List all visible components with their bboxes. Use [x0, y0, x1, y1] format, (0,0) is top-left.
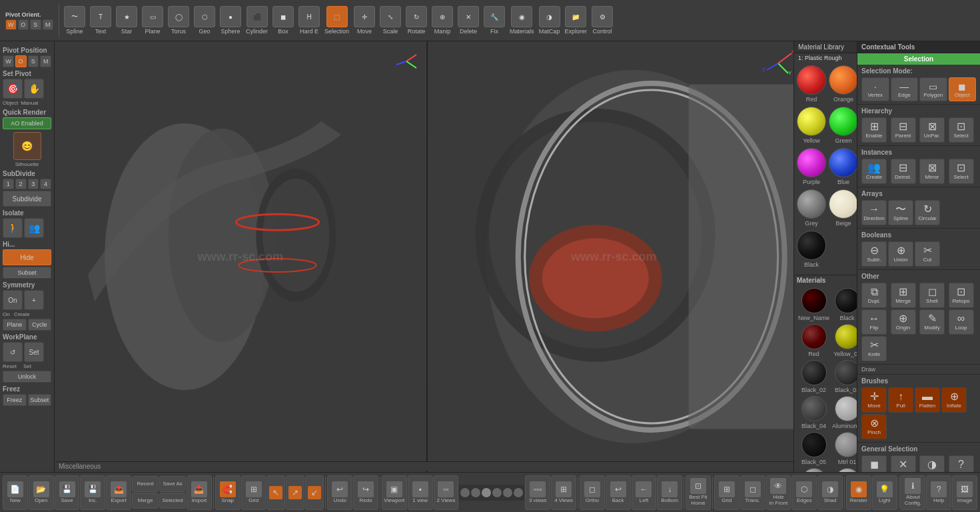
- oth-flip-btn[interactable]: ↔Flip: [861, 309, 887, 335]
- swatch-green[interactable]: [829, 107, 857, 136]
- hier-enable-btn[interactable]: ⊞Enable: [861, 117, 887, 143]
- shad-btn[interactable]: ◑ Shad: [817, 475, 843, 510]
- silhouette-btn[interactable]: 😊: [13, 132, 41, 160]
- selected-btn[interactable]: Selected: [159, 493, 186, 509]
- grid-snap-btn[interactable]: ⊞ Grid: [241, 475, 266, 510]
- tool-cylinder[interactable]: ⬛ Cylinder: [244, 5, 270, 36]
- view-circle-6[interactable]: [514, 488, 523, 497]
- oth-retopo-btn[interactable]: ⊡Retopo: [949, 283, 974, 308]
- grid-view-btn[interactable]: ⊞ Grid: [714, 475, 739, 510]
- save-btn[interactable]: 💾 Save: [55, 475, 80, 510]
- main-viewport[interactable]: www.rr-sc.com www.rr-sc.com: [55, 41, 800, 472]
- sym-cycle-btn[interactable]: Cycle: [28, 319, 52, 331]
- swatch-black[interactable]: [797, 231, 826, 260]
- tool-manip[interactable]: ⊕ Manip: [430, 5, 455, 36]
- tool-delete[interactable]: ✕ Delete: [456, 5, 481, 36]
- pivot-m-btn[interactable]: M: [43, 19, 54, 30]
- tool-spline[interactable]: 〜 Spline: [62, 5, 87, 36]
- brush-move-btn[interactable]: ✛Move: [861, 387, 887, 413]
- brush-flatten-btn[interactable]: ▬Flatten: [915, 387, 940, 413]
- swatch-yellow[interactable]: [797, 107, 826, 136]
- tool-star[interactable]: ★ Star: [114, 5, 139, 36]
- hier-select-btn[interactable]: ⊡Select: [949, 117, 974, 143]
- sel-polygon-btn[interactable]: ▭ Polygon: [919, 77, 947, 101]
- tool-scale[interactable]: ⤡ Scale: [378, 5, 403, 36]
- subdivide-btn[interactable]: Subdivide: [3, 191, 51, 207]
- bool-subtr-btn[interactable]: ⊖Subtr.: [861, 241, 887, 267]
- arrow-tr-btn[interactable]: ↗: [286, 475, 304, 510]
- swatch-beige[interactable]: [829, 189, 857, 219]
- pp-w-btn[interactable]: W: [3, 55, 14, 67]
- view-circle-1[interactable]: [460, 488, 470, 497]
- oth-modify-btn[interactable]: ✎Modify: [919, 309, 945, 335]
- redo-bottom-btn[interactable]: ↪ Redo: [353, 475, 378, 510]
- oth-knife-btn[interactable]: ✂Knife: [861, 336, 887, 361]
- pivot-s-btn[interactable]: S: [30, 19, 41, 30]
- swatch-grey[interactable]: [797, 189, 826, 219]
- recent-btn[interactable]: Recent: [132, 476, 159, 492]
- bool-cut-btn[interactable]: ✂Cut: [915, 241, 940, 267]
- arr-circular-btn[interactable]: ↻Circular: [915, 200, 940, 225]
- tool-geo[interactable]: ⬡ Geo: [192, 5, 217, 36]
- tool-materials[interactable]: ◉ Materials: [508, 5, 536, 36]
- subdiv-3-btn[interactable]: 3: [28, 179, 39, 189]
- tool-selection[interactable]: ⬚ Selection: [322, 5, 351, 36]
- tool-control[interactable]: ⚙ Control: [590, 5, 615, 36]
- wp-reset-btn[interactable]: ↺: [3, 342, 23, 362]
- mat-lib-subtitle[interactable]: 1: Plastic Rough: [794, 53, 857, 63]
- oth-shell-btn[interactable]: ◻Shell: [919, 283, 945, 308]
- sym-create-btn[interactable]: +: [24, 290, 44, 310]
- view-circle-2[interactable]: [471, 488, 480, 497]
- tool-box[interactable]: ◼ Box: [270, 5, 296, 36]
- oth-dupl-btn[interactable]: ⧉Dupl.: [861, 283, 887, 308]
- tool-rotate[interactable]: ↻ Rotate: [404, 5, 429, 36]
- mat-aluminum[interactable]: Aluminum_: [832, 396, 857, 429]
- subdiv-1-btn[interactable]: 1: [3, 179, 14, 189]
- arr-direction-btn[interactable]: →Direction: [861, 200, 887, 225]
- tool-fix[interactable]: 🔧 Fix: [482, 5, 507, 36]
- set-pivot-object-btn[interactable]: 🎯: [3, 79, 23, 99]
- bottom-view-btn[interactable]: ↓ Bottom: [657, 475, 682, 510]
- inst-select-btn[interactable]: ⊡Select: [949, 159, 974, 184]
- subdiv-4-btn[interactable]: 4: [40, 179, 51, 189]
- light-btn[interactable]: 💡 Light: [872, 475, 897, 510]
- 3views-btn[interactable]: ▫▫▫ 3 views: [525, 475, 550, 510]
- viewport-bottom-btn[interactable]: ▣ Viewport: [382, 475, 407, 510]
- mat-red[interactable]: Red: [798, 324, 829, 357]
- sel-edge-btn[interactable]: — Edge: [891, 77, 919, 101]
- image-btn[interactable]: 🖼 Image: [952, 475, 977, 510]
- mat-black03[interactable]: Black_03: [832, 360, 857, 393]
- subdiv-2-btn[interactable]: 2: [15, 179, 27, 189]
- set-pivot-manual-btn[interactable]: ✋: [24, 79, 44, 99]
- pp-s-btn[interactable]: S: [28, 55, 39, 67]
- render-bottom-btn[interactable]: ◉ Render: [846, 475, 871, 510]
- undo-bottom-btn[interactable]: ↩ Undo: [327, 475, 352, 510]
- open-btn[interactable]: 📂 Open: [29, 475, 54, 510]
- ortho-btn[interactable]: ◻ Ortho: [580, 475, 605, 510]
- inc-btn[interactable]: 💾 Inc.: [80, 475, 105, 510]
- trans-btn[interactable]: ◻ Trans.: [740, 475, 765, 510]
- sel-vertex-btn[interactable]: · Vertex: [861, 77, 889, 101]
- sym-plane-btn[interactable]: Plane: [3, 319, 27, 331]
- back-btn[interactable]: ↩ Back: [606, 475, 631, 510]
- edges-btn[interactable]: ⬡ Edges: [791, 475, 817, 510]
- new-btn[interactable]: 📄 New: [3, 475, 28, 510]
- brush-inflate-btn[interactable]: ⊕Inflate: [941, 387, 967, 413]
- gs-inverse-btn[interactable]: ◑Inverse: [919, 455, 945, 472]
- tool-move[interactable]: ✛ Move: [352, 5, 377, 36]
- hide-infront-btn[interactable]: 👁 HideIn Front: [766, 475, 791, 510]
- brush-pinch-btn[interactable]: ⊗Pinch: [861, 414, 887, 439]
- best-fit-btn[interactable]: ⊡ Best FitHome: [686, 475, 711, 510]
- wp-unlock-btn[interactable]: Unlock: [3, 371, 51, 383]
- tool-explorer[interactable]: 📁 Explorer: [563, 5, 590, 36]
- viewport-right[interactable]: www.rr-sc.com X Y Z: [428, 41, 801, 472]
- bool-union-btn[interactable]: ⊕Union: [888, 241, 913, 267]
- mat-black05[interactable]: Black_05: [798, 432, 829, 465]
- about-btn[interactable]: ℹ AboutConfig.: [900, 475, 925, 510]
- ao-enabled-btn[interactable]: AO Enabled: [3, 117, 51, 129]
- sel-object-btn[interactable]: ◼ Object: [949, 77, 977, 101]
- tool-hard-e[interactable]: H Hard E: [296, 5, 322, 36]
- mat-black[interactable]: Black: [832, 288, 857, 321]
- help-btn[interactable]: ? Help: [926, 475, 951, 510]
- gs-all-btn[interactable]: ◼All: [861, 455, 887, 472]
